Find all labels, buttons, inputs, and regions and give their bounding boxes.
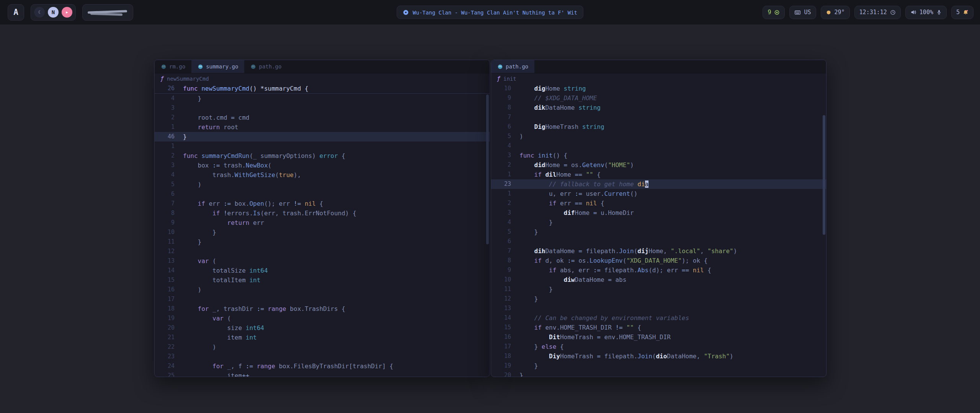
code-text: }: [175, 94, 201, 103]
code-line[interactable]: 6: [155, 189, 490, 199]
code-line[interactable]: 9 // $XDG_DATA_HOME: [491, 93, 826, 103]
code-text: ): [175, 342, 216, 352]
code-line[interactable]: 21 item int: [155, 333, 490, 342]
code-line[interactable]: 4: [491, 141, 826, 151]
code-line[interactable]: 16 ): [155, 285, 490, 294]
code-line[interactable]: 14 totalSize int64: [155, 266, 490, 275]
code-line[interactable]: 8 dikDataHome string: [491, 103, 826, 112]
code-line[interactable]: 5): [491, 132, 826, 141]
code-line[interactable]: 2func summaryCmdRun(_ summaryOptions) er…: [155, 151, 490, 161]
volume-pill[interactable]: 100%: [905, 6, 947, 19]
microphone-icon: [936, 10, 942, 15]
volume-value: 100%: [920, 9, 933, 16]
code-line[interactable]: 2 didHome = os.Getenv("HOME"): [491, 160, 826, 170]
scrollbar-thumb[interactable]: [486, 94, 489, 244]
code-line[interactable]: 18 DiyHomeTrash = filepath.Join(dioDataH…: [491, 351, 826, 361]
window-title-redacted[interactable]: [82, 4, 133, 21]
line-number: 3: [491, 208, 511, 218]
code-line[interactable]: 8 if d, ok := os.LookupEnv("XDG_DATA_HOM…: [491, 256, 826, 265]
code-line[interactable]: 3 box := trash.NewBox(: [155, 161, 490, 170]
code-line[interactable]: 23: [155, 352, 490, 361]
code-line[interactable]: 15 totalItem int: [155, 275, 490, 285]
code-text: if !errors.Is(err, trash.ErrNotFound) {: [175, 208, 356, 218]
code-line[interactable]: 20 size int64: [155, 323, 490, 333]
code-line[interactable]: 19 }: [491, 361, 826, 371]
code-text: }: [175, 132, 187, 141]
updates-pill[interactable]: 9: [763, 6, 785, 19]
code-line[interactable]: 20}: [491, 371, 826, 377]
code-line[interactable]: 7 if err := box.Open(); err != nil {: [155, 199, 490, 208]
code-line[interactable]: 11 }: [155, 237, 490, 247]
workspace-3-button[interactable]: ▶: [62, 7, 72, 18]
code-line[interactable]: 6: [491, 237, 826, 246]
code-line[interactable]: 4 trash.WithGetSize(true),: [155, 170, 490, 180]
code-line[interactable]: 46}: [155, 132, 490, 141]
code-line[interactable]: 7: [491, 112, 826, 122]
code-line[interactable]: 13 var (: [155, 256, 490, 266]
code-text: if err == nil {: [511, 198, 604, 208]
code-line[interactable]: 12 }: [491, 294, 826, 304]
code-line[interactable]: 10 diwDataHome = abs: [491, 275, 826, 285]
code-text: totalSize int64: [175, 266, 268, 275]
code-line[interactable]: 10 digHome string: [491, 84, 826, 93]
code-text: ): [175, 285, 201, 294]
tab-rm-go[interactable]: rm.go: [155, 60, 191, 73]
code-line[interactable]: 5 ): [155, 180, 490, 189]
code-line[interactable]: 17 } else {: [491, 342, 826, 351]
code-line[interactable]: 12: [155, 247, 490, 256]
code-line[interactable]: 16 DitHomeTrash = env.HOME_TRASH_DIR: [491, 332, 826, 342]
tab-path-go[interactable]: path.go: [491, 60, 534, 73]
code-line[interactable]: 11 }: [491, 285, 826, 294]
code-line[interactable]: 1: [155, 141, 490, 151]
code-line[interactable]: 3func init() {: [491, 151, 826, 160]
code-line[interactable]: 9 if abs, err := filepath.Abs(d); err ==…: [491, 265, 826, 275]
code-line[interactable]: 4 }: [491, 218, 826, 227]
workspace-1-button[interactable]: ☾: [34, 7, 45, 18]
tab-path-go[interactable]: path.go: [244, 60, 287, 73]
code-line[interactable]: 8 if !errors.Is(err, trash.ErrNotFound) …: [155, 208, 490, 218]
media-player-pill[interactable]: Wu-Tang Clan - Wu-Tang Clan Ain't Nuthin…: [397, 6, 583, 19]
workspace-2-button-active[interactable]: N: [48, 7, 59, 18]
code-line[interactable]: 17: [155, 294, 490, 304]
code-line[interactable]: 1 if dilHome == "" {: [491, 170, 826, 179]
code-line[interactable]: 22 ): [155, 342, 490, 352]
code-line[interactable]: 19 var (: [155, 314, 490, 323]
code-line[interactable]: 3: [155, 103, 490, 113]
code-line[interactable]: 15 if env.HOME_TRASH_DIR != "" {: [491, 323, 826, 332]
keyboard-layout-pill[interactable]: US: [789, 6, 816, 19]
code-line[interactable]: 10 }: [155, 228, 490, 237]
code-text: }: [511, 361, 538, 371]
code-line[interactable]: 18 for _, trashDir := range box.TrashDir…: [155, 304, 490, 314]
go-file-icon: [497, 64, 503, 70]
code-text: item int: [175, 333, 257, 342]
code-line[interactable]: 2 root.cmd = cmd: [155, 113, 490, 122]
line-number: 19: [155, 314, 175, 323]
line-number: 7: [491, 112, 511, 122]
code-line[interactable]: 13: [491, 304, 826, 313]
code-line[interactable]: 9 return err: [155, 218, 490, 228]
weather-pill[interactable]: 29°: [821, 6, 850, 19]
code-line[interactable]: 14 // Can be changed by environment vari…: [491, 313, 826, 323]
clock-pill[interactable]: 12:31:12: [854, 6, 901, 19]
code-line[interactable]: 3 difHome = u.HomeDir: [491, 208, 826, 218]
code-line[interactable]: 2 if err == nil {: [491, 198, 826, 208]
line-number: 6: [155, 189, 175, 199]
code-line[interactable]: 5 }: [491, 227, 826, 237]
line-number: 21: [155, 333, 175, 342]
code-line[interactable]: 6 DigHomeTrash string: [491, 122, 826, 132]
code-line[interactable]: 4 }: [155, 94, 490, 103]
scrollbar-thumb[interactable]: [823, 115, 825, 235]
launcher-button[interactable]: A: [8, 4, 24, 21]
code-line[interactable]: 7 dihDataHome = filepath.Join(dijHome, "…: [491, 246, 826, 256]
line-number: 9: [491, 265, 511, 275]
code-line[interactable]: 24 for _, f := range box.FilesByTrashDir…: [155, 361, 490, 371]
code-line[interactable]: 23 // fallback to get home dia: [491, 179, 826, 189]
code-line[interactable]: 1 return root: [155, 122, 490, 132]
media-title: Wu-Tang Clan - Wu-Tang Clan Ain't Nuthin…: [413, 9, 577, 15]
line-number: 15: [491, 323, 511, 332]
notifications-pill[interactable]: 5: [951, 6, 973, 19]
code-line[interactable]: 1 u, err := user.Current(): [491, 189, 826, 198]
editor-window-right: path.go ƒ init 10 digHome string9 // $XD…: [491, 60, 826, 377]
tab-summary-go[interactable]: summary.go: [191, 60, 244, 73]
code-line[interactable]: 25 item++: [155, 371, 490, 377]
